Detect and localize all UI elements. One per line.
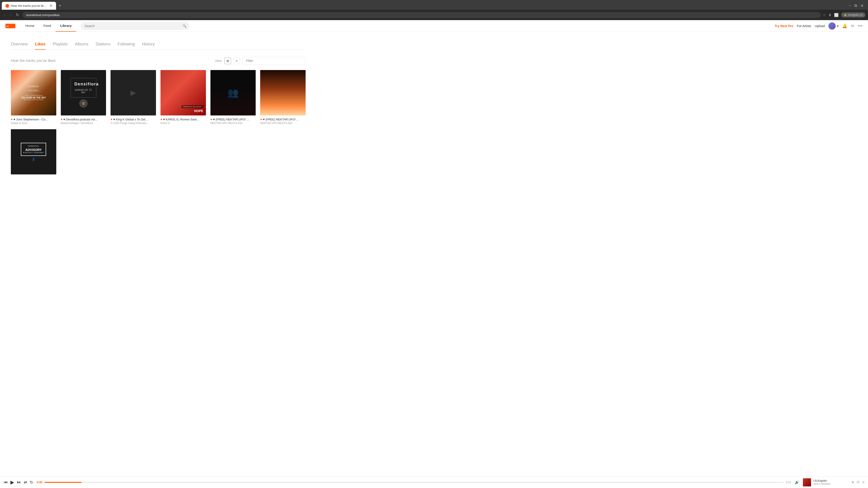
track-artist: Sweet & Sour [11,122,56,125]
for-artists-link[interactable]: For Artists [797,24,811,28]
repost-button[interactable]: ⟳ [857,480,860,484]
track-artwork [260,70,306,116]
try-next-pro-button[interactable]: Try Next Pro [775,24,793,28]
tab-albums[interactable]: Albums [75,39,88,50]
parental-advisory-label: PARENTAL ADVISORY EXPLICIT CONTENT [21,143,46,156]
tab-bar: Hear the tracks you've liked: o... ✕ + −… [0,0,868,10]
url-input[interactable] [22,12,821,18]
skip-back-button[interactable]: ⏮ [4,480,8,485]
progress-section: 0:00 2:01 [37,481,791,484]
incognito-badge[interactable]: 🕵 Incognito (2) [841,12,865,18]
tab-history[interactable]: History [142,39,155,50]
tab-overview[interactable]: Overview [11,39,28,50]
like-button[interactable]: ♥ [852,480,854,484]
volume-icon[interactable]: 🔊 [795,480,799,484]
progress-fill [44,482,81,483]
tab-playlists[interactable]: Playlists [53,39,68,50]
now-playing-artist: Jimi n Hendrix [813,482,831,486]
artwork-content: PARENTAL ADVISORY EXPLICIT CONTENT 👤 [17,139,50,164]
now-playing-title: I.N.Kognito [813,479,831,482]
shuffle-button[interactable]: ⇌ [24,480,27,485]
active-tab[interactable]: Hear the tracks you've liked: o... ✕ [2,2,56,10]
track-card[interactable]: ZAMNA RECORDS JONO STEPHENSON COLOURS IN… [11,70,56,125]
track-artwork: Densiflora podcast vol. 11 INY 😎 [61,70,106,116]
track-artist: NEKTAR.UFO.BEATS.816 [211,122,256,125]
heart-icon: ♥ [160,118,162,121]
track-info: ♥♥ King K Global x Te Dai'... © 2020 Pur… [111,118,156,125]
more-options-icon[interactable]: ••• [858,23,863,29]
now-playing-info: I.N.Kognito Jimi n Hendrix [813,479,831,486]
tab-likes[interactable]: Likes [35,39,45,50]
track-card[interactable]: PARENTAL ADVISORY EXPLICIT CONTENT 👤 [11,129,56,184]
track-title: ♥♥ KAROL G, Romeo Sant... [160,118,206,121]
bookmark-icon[interactable]: ☆ [823,13,826,17]
main-nav: Home Feed Library [21,20,76,32]
extensions-icon[interactable]: ⬜ [834,13,839,17]
app-header: SC Home Feed Library 🔍 Try Next Pro For … [0,20,868,32]
track-card[interactable]: ♥♥ (FREE) NEKTAR.UFO! ... NEKTAR.UFO.BEA… [260,70,306,125]
artwork-subtext2: INY [74,91,92,94]
avatar-chevron-icon: ▾ [837,24,839,28]
close-button[interactable]: ✕ [861,4,864,8]
progress-bar[interactable] [44,482,784,483]
view-controls: View ⊞ ≡ [215,57,306,65]
heart-icon: ♥ [11,118,13,121]
track-artist [11,181,56,184]
track-artwork: ▶ [111,70,156,116]
messages-icon[interactable]: ✉ [851,24,854,29]
maximize-button[interactable]: ⧉ [855,4,857,8]
track-info [11,177,56,184]
track-info: ♥♥ (FREE) NEKTAR.UFO! ... NEKTAR.UFO.BEA… [260,118,306,125]
notifications-icon[interactable]: 🔔 [842,24,847,29]
track-card[interactable]: Densiflora podcast vol. 11 INY 😎 ♥♥ Dens… [61,70,106,125]
now-playing-thumbnail [803,478,811,486]
play-button[interactable]: ▶ [10,480,14,485]
address-bar: ‹ › ↻ ☆ ⬇ ⬜ 🕵 Incognito (2) [0,10,868,20]
track-artwork: PARENTAL ADVISORY HOPE [160,70,206,116]
track-info: ♥♥ KAROL G, Romeo Sant... Karol G [160,118,206,125]
player-actions: ♥ ⟳ ≡ [852,480,864,484]
nav-feed[interactable]: Feed [39,20,56,32]
soundcloud-logo[interactable]: SC [5,24,16,28]
download-icon[interactable]: ⬇ [829,13,831,17]
avatar-dropdown[interactable]: ▾ [829,22,839,30]
refresh-button[interactable]: ↻ [14,11,21,18]
track-title [11,177,56,180]
current-time: 0:00 [37,481,42,484]
search-input[interactable] [81,22,189,30]
back-button[interactable]: ‹ [3,12,7,18]
filter-input[interactable] [242,57,306,65]
grid-view-button[interactable]: ⊞ [224,58,231,64]
minimize-button[interactable]: − [849,4,851,8]
volume-section: 🔊 [795,480,799,484]
nav-library[interactable]: Library [56,20,76,32]
track-card[interactable]: PARENTAL ADVISORY HOPE ♥♥ KAROL G, Romeo… [160,70,206,125]
upload-button[interactable]: Upload [815,24,825,28]
track-artist: Karol G [160,122,206,125]
tab-close-button[interactable]: ✕ [50,4,53,8]
browser-chrome: Hear the tracks you've liked: o... ✕ + −… [0,0,868,20]
forward-button[interactable]: › [8,12,13,18]
track-artist: Biotechnologia / Densiflora [61,122,106,125]
track-artist: © 2020 Purge Gang Entertain... [111,122,156,125]
track-card[interactable]: 👥 ♥♥ (FREE) NEKTAR.UFO! ... NEKTAR.UFO.B… [211,70,256,125]
tab-stations[interactable]: Stations [96,39,110,50]
track-title: ♥♥ King K Global x Te Dai'... [111,118,156,121]
incognito-icon: 🕵 [844,13,847,17]
track-info: ♥♥ Jono Stephenson - Co... Sweet & Sour [11,118,56,125]
list-view-button[interactable]: ≡ [234,58,240,64]
library-tabs: Overview Likes Playlists Albums Stations… [11,39,306,50]
search-wrap: 🔍 [81,22,189,30]
nav-home[interactable]: Home [21,20,39,32]
track-title: ♥♥ Jono Stephenson - Co... [11,118,56,121]
skip-forward-button[interactable]: ⏭ [17,480,21,485]
heart-icon: ♥ [260,118,262,121]
track-artwork: ZAMNA RECORDS JONO STEPHENSON COLOURS IN… [11,70,56,116]
new-tab-button[interactable]: + [57,2,63,9]
now-playing: I.N.Kognito Jimi n Hendrix [803,478,848,486]
tab-following[interactable]: Following [118,39,135,50]
repeat-button[interactable]: ↻ [30,480,33,485]
queue-button[interactable]: ≡ [862,480,864,484]
track-card[interactable]: ▶ ♥♥ King K Global x Te Dai'... © 2020 P… [111,70,156,125]
artwork-text: Densiflora [74,82,92,87]
